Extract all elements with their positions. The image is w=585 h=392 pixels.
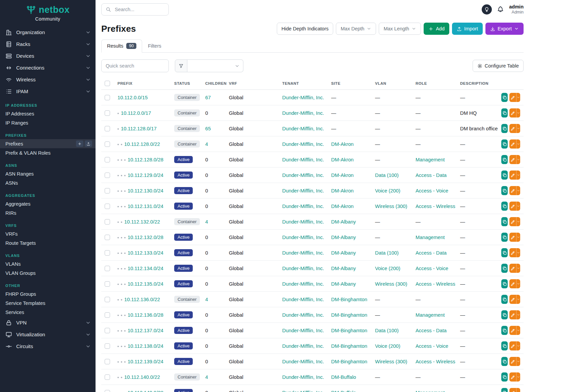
- edit-prefix-button[interactable]: [509, 279, 516, 288]
- brand[interactable]: netbox Community: [0, 0, 96, 23]
- clone-prefix-button[interactable]: [501, 388, 508, 392]
- prefix-link[interactable]: 10.112.129.0/24: [128, 173, 163, 178]
- edit-dropdown-caret[interactable]: [516, 264, 520, 273]
- row-checkbox[interactable]: [105, 374, 110, 380]
- sidebar-group-ipam[interactable]: IPAM: [0, 85, 96, 97]
- site-link[interactable]: DM-Binghamton: [331, 328, 367, 333]
- row-checkbox[interactable]: [105, 173, 110, 178]
- edit-dropdown-caret[interactable]: [516, 155, 520, 164]
- tenant-link[interactable]: Dunder-Mifflin, Inc.: [282, 374, 324, 380]
- clone-prefix-button[interactable]: [501, 310, 508, 319]
- row-checkbox[interactable]: [105, 110, 110, 116]
- row-checkbox[interactable]: [105, 312, 110, 318]
- edit-prefix-button[interactable]: [509, 357, 516, 366]
- clone-prefix-button[interactable]: [501, 248, 508, 257]
- tenant-link[interactable]: Dunder-Mifflin, Inc.: [282, 173, 324, 178]
- prefix-link[interactable]: 10.112.130.0/24: [128, 188, 163, 193]
- edit-prefix-button[interactable]: [509, 202, 516, 211]
- prefix-link[interactable]: 10.112.136.0/22: [124, 297, 160, 302]
- filter-button[interactable]: [175, 59, 187, 72]
- col-header-prefix[interactable]: PREFIX: [114, 78, 171, 90]
- export-dropdown-button[interactable]: Export: [485, 23, 524, 35]
- clone-prefix-button[interactable]: [501, 155, 508, 164]
- import-button[interactable]: Import: [452, 23, 483, 35]
- row-checkbox[interactable]: [105, 266, 110, 271]
- prefix-link[interactable]: 10.112.136.0/28: [128, 312, 163, 318]
- site-link[interactable]: DM-Akron: [331, 188, 354, 193]
- sidebar-item-vlans[interactable]: VLANs: [0, 259, 96, 268]
- row-checkbox[interactable]: [105, 281, 110, 287]
- edit-prefix-button[interactable]: [509, 186, 516, 195]
- row-checkbox[interactable]: [105, 359, 110, 364]
- edit-dropdown-caret[interactable]: [516, 186, 520, 195]
- clone-prefix-button[interactable]: [501, 264, 508, 273]
- tenant-link[interactable]: Dunder-Mifflin, Inc.: [282, 328, 324, 333]
- children-count-link[interactable]: 4: [205, 141, 208, 147]
- edit-prefix-button[interactable]: [509, 295, 516, 304]
- site-link[interactable]: DM-Albany: [331, 281, 356, 287]
- vlan-link[interactable]: Data (100): [375, 173, 399, 178]
- vlan-link[interactable]: Data (100): [375, 328, 399, 333]
- children-count-link[interactable]: 4: [205, 297, 208, 302]
- user-menu[interactable]: admin Admin: [509, 4, 524, 15]
- row-checkbox[interactable]: [105, 126, 110, 131]
- prefix-link[interactable]: 10.112.128.0/22: [124, 141, 160, 147]
- max-depth-dropdown[interactable]: Max Depth: [336, 23, 376, 35]
- col-header-tenant[interactable]: TENANT: [279, 78, 328, 90]
- edit-dropdown-caret[interactable]: [516, 108, 520, 117]
- vlan-link[interactable]: Wireless (300): [375, 204, 407, 209]
- tenant-link[interactable]: Dunder-Mifflin, Inc.: [282, 157, 324, 162]
- sidebar-item-asns[interactable]: ASNs: [0, 178, 96, 187]
- clone-prefix-button[interactable]: [501, 217, 508, 226]
- notifications-button[interactable]: [497, 6, 504, 13]
- prefix-link[interactable]: 10.112.138.0/24: [128, 343, 163, 349]
- prefix-link[interactable]: 10.112.132.0/22: [124, 219, 160, 225]
- sidebar-group-circuits[interactable]: Circuits: [0, 340, 96, 352]
- prefix-link[interactable]: 10.112.140.0/22: [124, 374, 160, 380]
- edit-dropdown-caret[interactable]: [516, 124, 520, 133]
- tenant-link[interactable]: Dunder-Mifflin, Inc.: [282, 95, 324, 100]
- sidebar-item-aggregates[interactable]: Aggregates: [0, 199, 96, 208]
- role-link[interactable]: Access - Wireless: [416, 281, 455, 287]
- role-link[interactable]: Access - Data: [416, 328, 447, 333]
- site-link[interactable]: DM-Akron: [331, 173, 354, 178]
- prefix-link[interactable]: 10.112.131.0/24: [128, 204, 163, 209]
- site-link[interactable]: DM-Akron: [331, 157, 354, 162]
- row-checkbox[interactable]: [105, 188, 110, 193]
- clone-prefix-button[interactable]: [501, 233, 508, 242]
- site-link[interactable]: DM-Binghamton: [331, 312, 367, 318]
- tenant-link[interactable]: Dunder-Mifflin, Inc.: [282, 126, 324, 131]
- edit-dropdown-caret[interactable]: [516, 341, 520, 350]
- edit-prefix-button[interactable]: [509, 372, 516, 382]
- row-checkbox[interactable]: [105, 250, 110, 256]
- sidebar-group-wireless[interactable]: Wireless: [0, 74, 96, 85]
- edit-dropdown-caret[interactable]: [516, 372, 520, 382]
- edit-prefix-button[interactable]: [509, 310, 516, 319]
- edit-prefix-button[interactable]: [509, 248, 516, 257]
- clone-prefix-button[interactable]: [501, 171, 508, 180]
- edit-dropdown-caret[interactable]: [516, 279, 520, 288]
- prefix-link[interactable]: 10.112.128.0/17: [121, 126, 157, 131]
- tenant-link[interactable]: Dunder-Mifflin, Inc.: [282, 235, 324, 240]
- role-link[interactable]: Access - Data: [416, 250, 447, 256]
- sidebar-item-service-templates[interactable]: Service Templates: [0, 298, 96, 308]
- tenant-link[interactable]: Dunder-Mifflin, Inc.: [282, 250, 324, 256]
- clone-prefix-button[interactable]: [501, 124, 508, 133]
- max-length-dropdown[interactable]: Max Length: [379, 23, 421, 35]
- sidebar-group-virtualization[interactable]: Virtualization: [0, 329, 96, 340]
- quick-search-input[interactable]: [101, 59, 169, 72]
- edit-dropdown-caret[interactable]: [516, 295, 520, 304]
- row-checkbox[interactable]: [105, 343, 110, 349]
- edit-dropdown-caret[interactable]: [516, 139, 520, 149]
- select-all-checkbox[interactable]: [105, 81, 110, 86]
- global-search-input[interactable]: [114, 6, 164, 12]
- edit-dropdown-caret[interactable]: [516, 248, 520, 257]
- sidebar-item-vrfs[interactable]: VRFs: [0, 229, 96, 238]
- edit-dropdown-caret[interactable]: [516, 233, 520, 242]
- vlan-link[interactable]: Data (100): [375, 250, 399, 256]
- col-header-vrf[interactable]: VRF: [225, 78, 279, 90]
- prefix-link[interactable]: 10.112.135.0/24: [128, 281, 163, 287]
- role-link[interactable]: Management: [416, 157, 445, 162]
- prefix-link[interactable]: 10.112.0.0/17: [121, 110, 151, 116]
- row-checkbox[interactable]: [105, 390, 110, 392]
